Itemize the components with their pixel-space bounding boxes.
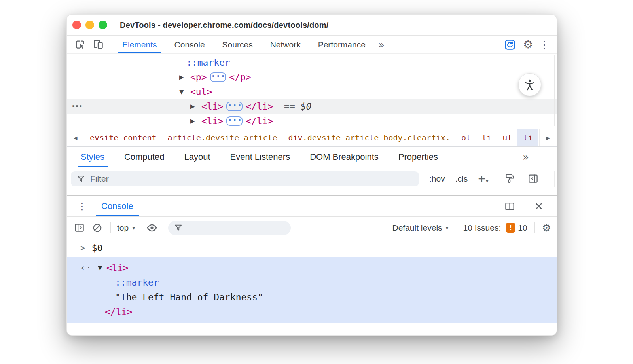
tab-dom-breakpoints[interactable]: DOM Breakpoints	[309, 147, 379, 167]
tab-properties[interactable]: Properties	[398, 147, 439, 167]
accessibility-button[interactable]	[518, 73, 541, 96]
crumb-element: article	[168, 133, 201, 142]
new-style-rule-button[interactable]: + ▾	[478, 174, 488, 184]
close-drawer-icon[interactable]	[532, 199, 546, 213]
collapsed-arrow-icon[interactable]: ▶	[190, 118, 201, 125]
tab-styles[interactable]: Styles	[80, 147, 105, 167]
divider	[495, 173, 495, 184]
breadcrumb-item[interactable]: li	[476, 129, 497, 146]
tag-open: <li>	[201, 116, 223, 126]
close-window-button[interactable]	[72, 21, 81, 29]
styles-filter-field[interactable]	[71, 171, 419, 186]
breadcrumb-item[interactable]: evsite-content	[84, 129, 162, 146]
drawer-tab-console[interactable]: Console	[100, 196, 135, 216]
divider	[534, 222, 535, 233]
elements-tree: ::marker ▶ <p> ··· </p> ▼ <ul> ··· ▶ <li…	[67, 54, 557, 129]
expanded-arrow-icon[interactable]: ▼	[179, 88, 190, 95]
inline-expand-button[interactable]: ···	[226, 102, 243, 111]
minimize-window-button[interactable]	[85, 21, 94, 29]
breadcrumb-scroll-right-icon[interactable]: ▶	[539, 129, 557, 146]
crumb-element: ol	[461, 133, 471, 142]
tag-open: <ul>	[190, 87, 212, 97]
tag-close: </li>	[105, 307, 132, 317]
equals-sign: ==	[284, 101, 295, 112]
issues-counter[interactable]: 10 Issues: ! 10	[463, 223, 527, 233]
plus-icon: +	[478, 174, 485, 184]
paint-roller-icon[interactable]	[504, 173, 515, 184]
tab-layout[interactable]: Layout	[183, 147, 211, 167]
more-tabs-icon[interactable]: »	[523, 152, 529, 162]
drawer-kebab-menu-icon[interactable]: ⋮	[77, 201, 87, 211]
command-expression: $0	[92, 243, 103, 253]
crumb-element: ul	[502, 133, 512, 142]
console-messages: > $0 ‹· ▼ <li> ::marker "The Left Hand o…	[67, 239, 557, 323]
toggle-hover-state-button[interactable]: :hov	[429, 174, 445, 184]
traffic-lights	[72, 21, 107, 29]
inline-expand-button[interactable]: ···	[226, 116, 243, 126]
tab-console[interactable]: Console	[173, 36, 206, 53]
equals-sign	[273, 101, 284, 112]
tree-row-li-selected[interactable]: ··· ▶ <li> ··· </li> == $0	[67, 99, 557, 114]
tree-row-li[interactable]: ▶ <li> ··· </li>	[67, 114, 557, 128]
row-overflow-icon[interactable]: ···	[72, 102, 82, 111]
breadcrumb-item[interactable]: article.devsite-article	[162, 129, 283, 146]
inline-expand-button[interactable]: ···	[210, 72, 226, 82]
accessibility-person-icon	[523, 78, 536, 91]
tag-open: <li>	[106, 263, 128, 273]
collapsed-arrow-icon[interactable]: ▶	[190, 103, 201, 110]
expanded-arrow-icon[interactable]: ▼	[98, 264, 106, 271]
inspect-icon[interactable]	[73, 38, 87, 51]
toggle-sidebar-icon[interactable]	[528, 173, 538, 184]
tab-computed[interactable]: Computed	[123, 147, 165, 167]
collapsed-arrow-icon[interactable]: ▶	[179, 74, 190, 81]
toggle-class-button[interactable]: .cls	[455, 174, 468, 184]
console-toolbar: top ▾ Default levels ▾ 10 Issues: ! 10 ⚙	[67, 217, 557, 239]
breadcrumb: ◀ evsite-content article.devsite-article…	[67, 129, 557, 147]
tag-open: <li>	[201, 101, 223, 112]
filter-funnel-icon	[76, 174, 85, 184]
tab-sources[interactable]: Sources	[221, 36, 254, 53]
titlebar: DevTools - developer.chrome.com/docs/dev…	[67, 15, 557, 36]
caret-down-icon: ▾	[486, 178, 489, 184]
crumb-element: li	[523, 133, 533, 142]
crumb-element: div	[288, 133, 303, 142]
console-result-selected[interactable]: ‹· ▼ <li> ::marker "The Left Hand of Dar…	[67, 257, 557, 323]
settings-gear-icon[interactable]: ⚙	[523, 39, 533, 50]
tab-network[interactable]: Network	[269, 36, 302, 53]
console-settings-gear-icon[interactable]: ⚙	[542, 223, 551, 233]
clear-console-icon[interactable]	[91, 221, 104, 235]
divider	[456, 222, 456, 233]
device-toolbar-icon[interactable]	[91, 38, 105, 51]
zoom-window-button[interactable]	[99, 21, 107, 29]
console-drawer-header: ⋮ Console	[67, 195, 557, 217]
tree-row-ul[interactable]: ▼ <ul>	[67, 84, 557, 99]
log-levels-dropdown[interactable]: Default levels ▾	[392, 223, 449, 233]
sync-replay-icon[interactable]	[503, 38, 517, 51]
crumb-element: evsite-content	[90, 133, 157, 142]
filter-funnel-icon	[174, 223, 183, 232]
breadcrumb-scroll-left-icon[interactable]: ◀	[67, 129, 84, 146]
tree-row-marker[interactable]: ::marker	[67, 55, 557, 70]
breadcrumb-item[interactable]: ul	[497, 129, 517, 146]
result-line-text: "The Left Hand of Darkness"	[67, 290, 557, 304]
live-expression-eye-icon[interactable]	[145, 221, 159, 235]
breadcrumb-item[interactable]: div.devsite-article-body.clearfix.	[283, 129, 456, 146]
tree-row-p[interactable]: ▶ <p> ··· </p>	[67, 70, 557, 84]
styles-filter-input[interactable]	[90, 174, 413, 184]
execution-context-dropdown[interactable]: top ▾	[117, 223, 135, 233]
styles-panel-tabs: Styles Computed Layout Event Listeners D…	[67, 147, 557, 167]
tab-event-listeners[interactable]: Event Listeners	[229, 147, 291, 167]
tag-open: <p>	[190, 72, 207, 82]
result-line-open: ‹· ▼ <li>	[67, 260, 557, 275]
tab-performance[interactable]: Performance	[317, 36, 367, 53]
main-toolbar: Elements Console Sources Network Perform…	[67, 36, 557, 54]
breadcrumb-item-selected[interactable]: li	[517, 129, 538, 146]
kebab-menu-icon[interactable]: ⋮	[539, 40, 550, 50]
console-sidebar-icon[interactable]	[72, 221, 86, 235]
split-panel-icon[interactable]	[503, 199, 516, 213]
tag-close: </li>	[246, 101, 273, 112]
breadcrumb-item[interactable]: ol	[456, 129, 476, 146]
console-filter-field[interactable]	[168, 221, 291, 235]
more-panels-icon[interactable]: »	[378, 40, 385, 50]
tab-elements[interactable]: Elements	[121, 36, 158, 53]
